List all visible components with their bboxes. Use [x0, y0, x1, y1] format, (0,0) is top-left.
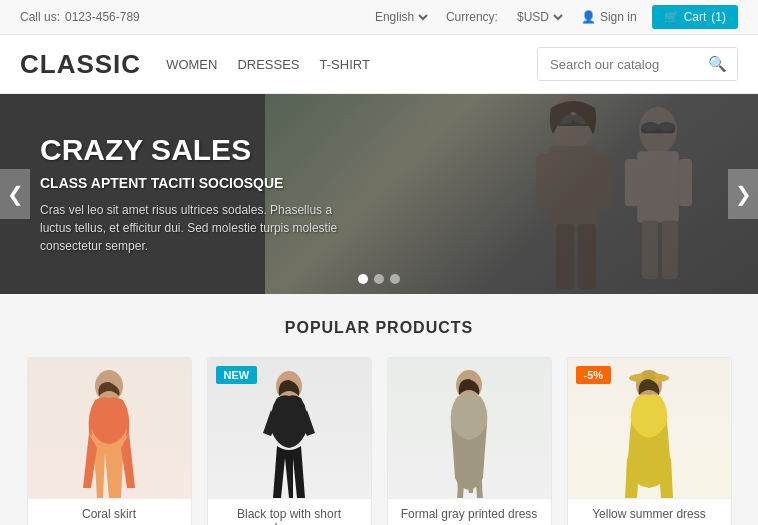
hero-prev-button[interactable]: ❮	[0, 169, 30, 219]
product-name-1: Coral skirt	[38, 507, 181, 521]
search-input[interactable]	[538, 50, 698, 79]
svg-point-16	[642, 122, 659, 131]
search-icon: 🔍	[708, 55, 727, 72]
nav-tshirt[interactable]: T-SHIRT	[320, 57, 370, 72]
svg-rect-2	[536, 154, 551, 209]
product-card-1[interactable]: Coral skirt $19.99	[27, 357, 192, 525]
hero-subtitle: CLASS APTENT TACITI SOCIOSQUE	[40, 175, 340, 191]
user-icon: 👤	[581, 10, 596, 24]
product-image-3	[388, 358, 551, 498]
header: CLASSIC WOMEN DRESSES T-SHIRT 🔍	[0, 35, 758, 94]
cart-icon: 🛒	[664, 10, 679, 24]
logo[interactable]: CLASSIC	[20, 49, 141, 80]
svg-rect-11	[625, 159, 638, 206]
hero-dot-2[interactable]	[374, 274, 384, 284]
product-name-3: Formal gray printed dress	[398, 507, 541, 521]
svg-point-17	[658, 122, 675, 131]
top-bar-right: English French Currency: $USD €EUR 👤 Sig…	[371, 5, 738, 29]
hero-dots	[358, 274, 400, 284]
cart-button[interactable]: 🛒 Cart (1)	[652, 5, 738, 29]
product-name-4: Yellow summer dress	[578, 507, 721, 521]
cart-label: Cart	[684, 10, 707, 24]
phone-number: 0123-456-789	[65, 10, 140, 24]
product-card-3[interactable]: Formal gray printed dress $19.99	[387, 357, 552, 525]
hero-dot-3[interactable]	[390, 274, 400, 284]
section-title: POPULAR PRODUCTS	[20, 319, 738, 337]
product-info-2: Black top with short sleeves $19.99	[208, 498, 371, 525]
product-figure-1	[77, 368, 142, 498]
product-figure-3	[437, 368, 502, 498]
currency-select[interactable]: $USD €EUR	[513, 9, 566, 25]
search-bar: 🔍	[537, 47, 738, 81]
signin-label: Sign in	[600, 10, 637, 24]
top-bar: Call us: 0123-456-789 English French Cur…	[0, 0, 758, 35]
svg-rect-13	[642, 221, 658, 280]
svg-rect-12	[679, 159, 692, 206]
main-nav: WOMEN DRESSES T-SHIRT	[166, 57, 370, 72]
chevron-right-icon: ❯	[735, 182, 752, 206]
contact-info: Call us: 0123-456-789	[20, 10, 140, 24]
language-select[interactable]: English French	[371, 9, 431, 25]
products-grid: Coral skirt $19.99 NEW Black top with sh…	[20, 357, 738, 525]
cart-count: (1)	[711, 10, 726, 24]
popular-products-section: POPULAR PRODUCTS Coral skirt $19.99	[0, 294, 758, 525]
product-info-4: Yellow summer dress $39.99 $19.99	[568, 498, 731, 525]
hero-content: CRAZY SALES CLASS APTENT TACITI SOCIOSQU…	[0, 103, 380, 285]
product-card-4[interactable]: -5% Yellow summer dress $39.99	[567, 357, 732, 525]
call-label: Call us:	[20, 10, 60, 24]
product-figure-2	[257, 368, 322, 498]
hero-title: CRAZY SALES	[40, 133, 340, 167]
hero-banner: ❮ CRAZY SALES CLASS APTENT TACITI SOCIOS…	[0, 94, 758, 294]
svg-rect-14	[662, 221, 678, 280]
nav-women[interactable]: WOMEN	[166, 57, 217, 72]
signin-link[interactable]: 👤 Sign in	[581, 10, 637, 24]
product-card-2[interactable]: NEW Black top with short sleeves $19.99	[207, 357, 372, 525]
product-image-1	[28, 358, 191, 498]
product-name-2: Black top with short sleeves	[218, 507, 361, 525]
hero-body: Cras vel leo sit amet risus ultrices sod…	[40, 201, 340, 255]
new-badge-2: NEW	[216, 366, 258, 384]
nav-dresses[interactable]: DRESSES	[237, 57, 299, 72]
product-info-3: Formal gray printed dress $19.99	[388, 498, 551, 525]
hero-dot-1[interactable]	[358, 274, 368, 284]
currency-label: Currency:	[446, 10, 498, 24]
hero-next-button[interactable]: ❯	[728, 169, 758, 219]
sale-badge-4: -5%	[576, 366, 612, 384]
chevron-left-icon: ❮	[7, 182, 24, 206]
svg-rect-10	[637, 151, 679, 222]
search-button[interactable]: 🔍	[698, 48, 737, 80]
product-info-1: Coral skirt $19.99	[28, 498, 191, 525]
product-figure-4	[617, 368, 682, 498]
header-left: CLASSIC WOMEN DRESSES T-SHIRT	[20, 49, 370, 80]
hero-figure-man	[568, 104, 748, 284]
